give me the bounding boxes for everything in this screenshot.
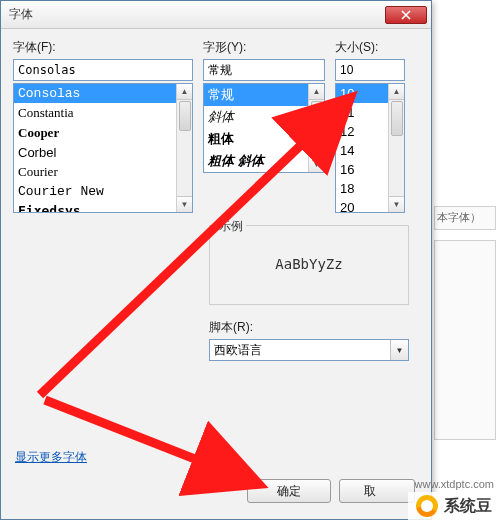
list-item[interactable]: Corbel (14, 143, 176, 162)
scroll-down-icon[interactable]: ▼ (389, 196, 404, 212)
list-item[interactable]: 11 (336, 103, 388, 122)
style-label: 字形(Y): (203, 39, 325, 56)
more-fonts-link[interactable]: 显示更多字体 (15, 449, 87, 466)
script-combo[interactable]: 西欧语言 ▼ (209, 339, 409, 361)
script-label: 脚本(R): (209, 319, 409, 336)
scrollbar[interactable]: ▲ ▼ (176, 84, 192, 212)
sample-text: AaBbYyZz (218, 256, 400, 272)
list-item[interactable]: 20 (336, 198, 388, 212)
bg-field-b (434, 240, 496, 440)
titlebar: 字体 (1, 1, 431, 29)
list-item[interactable]: Consolas (14, 84, 176, 103)
list-item[interactable]: Fixedsys (14, 201, 176, 212)
list-item[interactable]: 常规 (204, 84, 308, 106)
list-item[interactable]: Constantia (14, 103, 176, 123)
scroll-up-icon[interactable]: ▲ (389, 84, 404, 100)
list-item[interactable]: 14 (336, 141, 388, 160)
scroll-thumb[interactable] (391, 101, 403, 136)
scroll-thumb[interactable] (311, 101, 323, 151)
list-item[interactable]: 粗体 斜体 (204, 150, 308, 172)
sample-group: 示例 AaBbYyZz (209, 225, 409, 305)
size-label: 大小(S): (335, 39, 405, 56)
close-icon (401, 10, 411, 20)
scroll-up-icon[interactable]: ▲ (177, 84, 192, 100)
size-input[interactable] (335, 59, 405, 81)
font-listbox[interactable]: Consolas Constantia Cooper Corbel Courie… (13, 83, 193, 213)
chevron-down-icon[interactable]: ▼ (390, 340, 408, 360)
list-item[interactable]: Courier New (14, 182, 176, 201)
watermark-url: www.xtdptc.com (415, 478, 494, 490)
list-item[interactable]: Courier (14, 162, 176, 182)
brand-logo-icon (416, 495, 438, 517)
cancel-button[interactable]: 取 (339, 479, 415, 503)
font-input[interactable] (13, 59, 193, 81)
list-item[interactable]: Cooper (14, 123, 176, 143)
watermark-brand: 系统豆 (444, 496, 492, 517)
list-item[interactable]: 12 (336, 122, 388, 141)
watermark: 系统豆 (408, 492, 500, 520)
scroll-down-icon[interactable]: ▼ (309, 156, 324, 172)
list-item[interactable]: 斜体 (204, 106, 308, 128)
bg-field-a: 本字体） (434, 206, 496, 230)
script-value: 西欧语言 (210, 340, 390, 360)
scrollbar[interactable]: ▲ ▼ (308, 84, 324, 172)
style-input[interactable] (203, 59, 325, 81)
list-item[interactable]: 18 (336, 179, 388, 198)
font-dialog: 字体 字体(F): Consolas Constantia Cooper Cor… (0, 0, 432, 520)
scroll-thumb[interactable] (179, 101, 191, 131)
sample-label: 示例 (216, 218, 246, 235)
scroll-down-icon[interactable]: ▼ (177, 196, 192, 212)
ok-button[interactable]: 确定 (247, 479, 331, 503)
dialog-title: 字体 (9, 6, 33, 23)
font-label: 字体(F): (13, 39, 193, 56)
list-item[interactable]: 10 (336, 84, 388, 103)
list-item[interactable]: 16 (336, 160, 388, 179)
style-listbox[interactable]: 常规 斜体 粗体 粗体 斜体 ▲ ▼ (203, 83, 325, 173)
scroll-up-icon[interactable]: ▲ (309, 84, 324, 100)
scrollbar[interactable]: ▲ ▼ (388, 84, 404, 212)
size-listbox[interactable]: 10 11 12 14 16 18 20 ▲ ▼ (335, 83, 405, 213)
list-item[interactable]: 粗体 (204, 128, 308, 150)
close-button[interactable] (385, 6, 427, 24)
